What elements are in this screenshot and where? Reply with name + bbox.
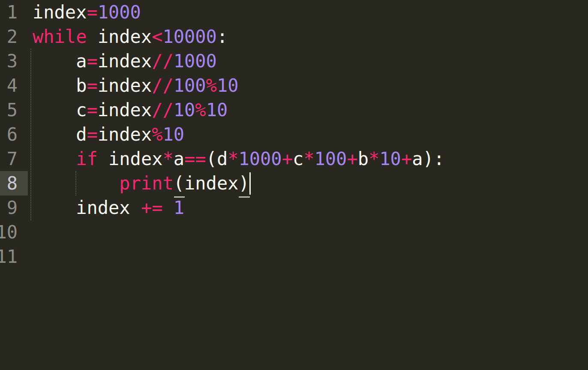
- code-token: 10: [379, 148, 401, 169]
- code-token: <: [152, 26, 162, 47]
- code-token: +: [347, 148, 357, 169]
- code-text: index=1000: [28, 0, 141, 24]
- code-token: +: [282, 148, 293, 169]
- code-line[interactable]: 3 a=index//1000: [0, 49, 588, 73]
- code-token: index: [98, 51, 152, 72]
- line-number: 8: [0, 171, 28, 196]
- code-line[interactable]: 6 d=index%10: [0, 122, 588, 147]
- code-token: index: [33, 2, 87, 23]
- line-number: 11: [0, 244, 28, 269]
- code-token: [162, 197, 173, 218]
- code-token: b: [33, 75, 87, 96]
- code-token: %: [152, 124, 162, 145]
- code-token: //: [152, 99, 174, 120]
- line-number: 5: [0, 98, 28, 122]
- code-token: ==: [184, 148, 206, 169]
- line-number: 3: [0, 49, 28, 73]
- code-token: print: [119, 173, 173, 194]
- code-line[interactable]: 4 b=index//100%10: [0, 73, 588, 98]
- code-token: *: [303, 148, 314, 169]
- code-token: index: [98, 75, 152, 96]
- code-token: a: [33, 51, 87, 72]
- code-token: index: [98, 124, 152, 145]
- code-token: (d: [206, 148, 228, 169]
- code-token: 100: [315, 148, 347, 169]
- code-token: 10000: [162, 26, 216, 47]
- code-token: 1: [174, 197, 184, 218]
- code-token: +=: [141, 197, 163, 218]
- code-token: [33, 173, 119, 194]
- code-text: while index<10000:: [28, 24, 228, 49]
- code-token: %: [195, 99, 206, 120]
- code-editor[interactable]: 1index=10002while index<10000:3 a=index/…: [0, 0, 588, 370]
- bracket-match-token: (: [174, 171, 184, 196]
- code-token: b: [358, 148, 369, 169]
- code-token: =: [87, 124, 97, 145]
- code-line[interactable]: 11: [0, 244, 588, 269]
- code-token: while: [33, 26, 87, 47]
- code-token: 10: [162, 124, 184, 145]
- code-token: :: [217, 26, 228, 47]
- code-line[interactable]: 5 c=index//10%10: [0, 98, 588, 122]
- line-number: 1: [0, 0, 28, 24]
- code-text: a=index//1000: [28, 49, 217, 73]
- code-token: *: [228, 148, 238, 169]
- code-token: c: [293, 148, 303, 169]
- line-number: 6: [0, 122, 28, 147]
- code-token: +: [401, 148, 412, 169]
- code-line[interactable]: 8 print(index): [0, 171, 588, 196]
- code-token: =: [87, 51, 97, 72]
- code-token: a):: [412, 148, 444, 169]
- code-token: a: [174, 148, 184, 169]
- code-text: [28, 220, 33, 244]
- code-token: //: [152, 51, 174, 72]
- code-text: if index*a==(d*1000+c*100+b*10+a):: [28, 147, 444, 171]
- code-line[interactable]: 1index=1000: [0, 0, 588, 24]
- code-token: *: [162, 148, 173, 169]
- code-token: index: [33, 197, 141, 218]
- code-text: b=index//100%10: [28, 73, 238, 98]
- code-token: d: [33, 124, 87, 145]
- line-number: 2: [0, 24, 28, 49]
- code-token: if: [76, 148, 98, 169]
- code-text: print(index): [28, 171, 251, 196]
- line-number: 4: [0, 73, 28, 98]
- code-token: =: [87, 75, 97, 96]
- code-text: index += 1: [28, 196, 184, 220]
- code-token: 10: [206, 99, 228, 120]
- code-lines: 1index=10002while index<10000:3 a=index/…: [0, 0, 588, 269]
- code-text: d=index%10: [28, 122, 184, 147]
- code-token: %: [206, 75, 217, 96]
- code-token: //: [152, 75, 174, 96]
- code-text: [28, 244, 33, 269]
- line-number: 10: [0, 220, 28, 244]
- code-token: index: [98, 148, 163, 169]
- code-token: [33, 148, 76, 169]
- code-token: =: [87, 2, 97, 23]
- text-cursor: [249, 172, 251, 195]
- code-token: index: [98, 99, 152, 120]
- code-line[interactable]: 7 if index*a==(d*1000+c*100+b*10+a):: [0, 147, 588, 171]
- code-token: 10: [217, 75, 239, 96]
- code-text: c=index//10%10: [28, 98, 228, 122]
- code-token: 10: [174, 99, 195, 120]
- code-line[interactable]: 2while index<10000:: [0, 24, 588, 49]
- code-line[interactable]: 9 index += 1: [0, 196, 588, 220]
- code-token: 1000: [98, 2, 141, 23]
- bracket-match-token: ): [238, 171, 249, 196]
- line-number: 7: [0, 147, 28, 171]
- code-token: index: [87, 26, 152, 47]
- code-token: 100: [174, 75, 206, 96]
- code-token: =: [87, 99, 97, 120]
- code-token: *: [369, 148, 379, 169]
- code-line[interactable]: 10: [0, 220, 588, 244]
- code-token: 1000: [174, 51, 217, 72]
- line-number: 9: [0, 196, 28, 220]
- code-token: c: [33, 99, 87, 120]
- code-token: 1000: [239, 148, 282, 169]
- code-token: index: [184, 173, 238, 194]
